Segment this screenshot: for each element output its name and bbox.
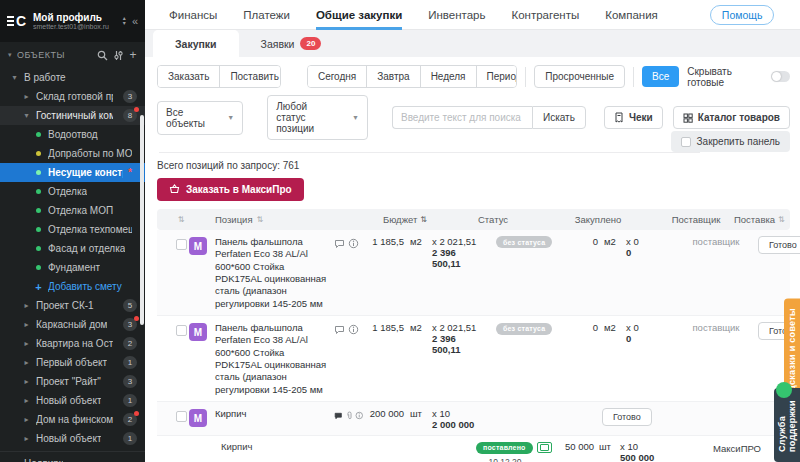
order-filter-button[interactable]: Заказать (158, 66, 220, 87)
status-badge: без статуса (496, 236, 552, 248)
tree-item-label: Дом на финском заливе (36, 414, 113, 425)
nav-item[interactable]: Платежи (243, 0, 290, 30)
sidebar-scrollbar[interactable] (140, 115, 144, 325)
profile-switcher-icon[interactable]: ▴▾ (123, 16, 126, 26)
add-object-icon[interactable]: + (129, 48, 137, 62)
week-filter-button[interactable]: Неделя (421, 66, 477, 87)
tree-item-label: Фундамент (48, 262, 100, 273)
position-name: Кирпич (215, 408, 334, 420)
overdue-filter-button[interactable]: Просроченные (534, 65, 625, 88)
status-select[interactable]: Любой статус позиции ▼ (267, 95, 368, 140)
tree-item-icon (34, 170, 43, 175)
checks-button[interactable]: Чеки (604, 106, 663, 129)
tab-purchases[interactable]: Закупки (153, 30, 239, 57)
count-badge: 8 (123, 109, 137, 122)
info-icon[interactable] (355, 410, 364, 421)
sidebar-tree-item[interactable]: Квартира на Остоженке * 2 (0, 334, 145, 353)
sidebar-tree-item[interactable]: Несущие конструкции * (0, 163, 145, 182)
count-badge: 2 (123, 337, 137, 350)
sort-icon[interactable]: ⇅ (778, 215, 785, 224)
table-row[interactable]: М Панель фальшпола Perfaten Eco 38 AL/Al… (157, 230, 790, 316)
row-checkbox[interactable] (176, 411, 187, 422)
filter-sliders-icon[interactable] (113, 50, 124, 61)
supply-filter-button[interactable]: Поставить (220, 66, 281, 87)
nav-item[interactable]: Финансы (169, 0, 217, 30)
sort-icon[interactable]: ⇅ (257, 215, 264, 224)
objects-label: ОБЪЕКТЫ (17, 50, 65, 60)
tree-item-label: Допработы по МОП (48, 148, 132, 159)
purchased-total: 0 (626, 333, 678, 344)
pin-panel-checkbox[interactable] (681, 137, 691, 147)
budget-total: 2 000 000 (432, 419, 484, 430)
status-date: 10.12.20 (476, 457, 534, 462)
row-checkbox[interactable] (176, 325, 187, 336)
count-badge: 2 (123, 413, 137, 426)
tree-item-label: Новый объект (36, 395, 101, 406)
table-subrow[interactable]: Кирпич поставлено 10.12.20 50 000 шт (157, 436, 790, 462)
sidebar-tree-item[interactable]: Водоотвод * (0, 125, 145, 144)
tree-item-label: Склад готовой продукции, лг1 (36, 91, 113, 102)
comment-icon[interactable] (334, 325, 345, 335)
position-name: Панель фальшпола Perfaten Eco 38 AL/Al 6… (215, 322, 334, 396)
sidebar-tree-item[interactable]: Новый объект * 1 (0, 391, 145, 410)
sidebar-tree-item[interactable]: Отделка техпомещений * (0, 220, 145, 239)
sidebar-tree-item[interactable]: Новый объект * 1 (0, 429, 145, 448)
search-icon[interactable] (97, 50, 108, 61)
nav-item[interactable]: Общие закупки (316, 0, 402, 30)
search-input[interactable] (392, 106, 532, 129)
nav-item[interactable]: Инвентарь (428, 0, 485, 30)
row-checkbox[interactable] (176, 239, 187, 250)
budget-sort-icon[interactable]: ⇅ (420, 215, 427, 224)
help-button[interactable]: Помощь (710, 5, 775, 25)
sidebar-tree-item[interactable]: Отделка * (0, 182, 145, 201)
sidebar-tree-item[interactable]: Склад готовой продукции, лг1 * 3 (0, 87, 145, 106)
sidebar-tree-item[interactable]: Фундамент * (0, 258, 145, 277)
tomorrow-filter-button[interactable]: Завтра (367, 66, 420, 87)
nav-item[interactable]: Контрагенты (511, 0, 579, 30)
order-maxipro-button[interactable]: Заказать в МаксиПро (157, 178, 304, 201)
sidebar-tree-item[interactable]: Нодвирк * (0, 451, 145, 462)
invoice-icon[interactable] (537, 442, 552, 453)
info-icon[interactable] (348, 324, 359, 335)
tab-requests[interactable]: Заявки 20 (239, 30, 344, 57)
table-row[interactable]: М Панель фальшпола Perfaten Eco 38 AL/Al… (157, 316, 790, 402)
sidebar-tree-item[interactable]: Допработы по МОП * (0, 144, 145, 163)
support-side-tab[interactable]: Служба поддержки (774, 388, 800, 462)
objects-select[interactable]: Все объекты ▼ (157, 101, 243, 135)
sidebar-tree-item[interactable]: Первый объект * 1 (0, 353, 145, 372)
profile-title: Мой профиль (33, 12, 117, 23)
sidebar-tree-item[interactable]: Проект "Райт" * 3 (0, 372, 145, 391)
section-chevron-icon[interactable]: ▾ (8, 51, 12, 59)
all-filter-button[interactable]: Все (642, 66, 679, 87)
sidebar-tree-item[interactable]: Добавить смету * (0, 277, 145, 296)
sort-icon[interactable]: ⇅ (173, 215, 189, 224)
info-icon[interactable] (348, 238, 359, 249)
tree-item-label: Фасад и отделка (48, 243, 125, 254)
sidebar-tree-item[interactable]: Каркасный дом * 3 (0, 315, 145, 334)
pin-panel-button[interactable]: Закрепить панель (671, 131, 790, 152)
search-button[interactable]: Искать (532, 106, 586, 129)
sidebar-tree-item[interactable]: Дом на финском заливе * 2 (0, 410, 145, 429)
delivery-done-button[interactable]: Готово (602, 408, 652, 426)
comment-icon[interactable] (334, 239, 345, 249)
hide-ready-toggle[interactable] (771, 71, 790, 82)
catalog-button[interactable]: Каталог товаров (673, 106, 790, 129)
table-row[interactable]: М Кирпич (157, 402, 790, 436)
paperclip-icon[interactable] (346, 410, 353, 421)
count-badge: 5 (123, 299, 137, 312)
collapse-sidebar-icon[interactable]: « (132, 15, 138, 27)
sidebar-tree-item[interactable]: Фасад и отделка * (0, 239, 145, 258)
budget-total: 2 396 500,11 (432, 247, 484, 269)
sidebar-tree-item[interactable]: Отделка МОП * (0, 201, 145, 220)
sidebar-tree-item[interactable]: Проект СК-1 * 5 (0, 296, 145, 315)
today-filter-button[interactable]: Сегодня (308, 66, 367, 87)
receipt-icon (614, 112, 624, 123)
nav-item[interactable]: Компания (605, 0, 658, 30)
comment-filled-icon[interactable] (334, 411, 343, 421)
sidebar-tree-item[interactable]: Гостиничный комплекс * 8 (0, 106, 145, 125)
sidebar-tree-item[interactable]: В работе * (0, 68, 145, 87)
app-logo-icon: C (7, 11, 27, 31)
profile-block[interactable]: C Мой профиль smetter.test01@inbox.ru ▴▾… (0, 0, 145, 42)
delivery-done-button[interactable]: Готово (758, 236, 800, 254)
period-filter-button[interactable]: Период (477, 66, 518, 87)
